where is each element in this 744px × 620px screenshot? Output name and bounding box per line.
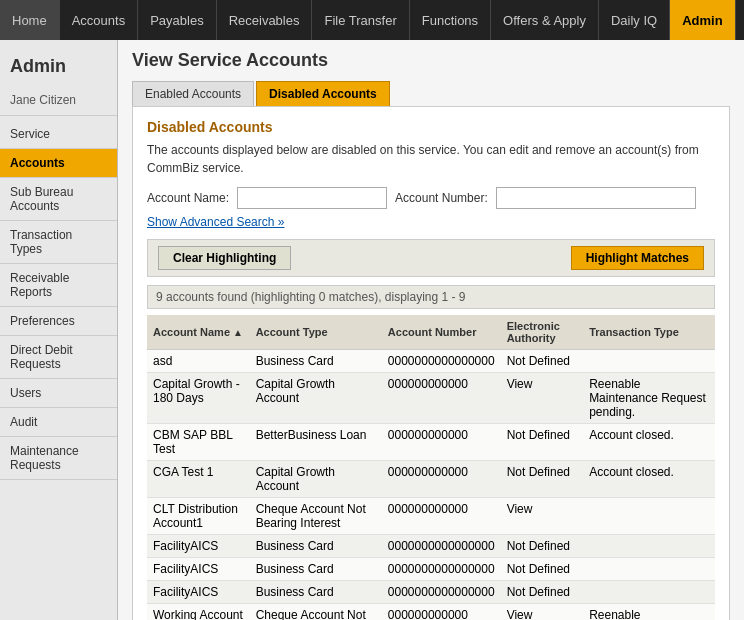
main-content: View Service Accounts Enabled AccountsDi…	[118, 40, 744, 620]
results-info-top: 9 accounts found (highlighting 0 matches…	[147, 285, 715, 309]
cell-account-name: Capital Growth - 180 Days	[147, 373, 250, 424]
table-row: FacilityAICSBusiness Card000000000000000…	[147, 558, 715, 581]
cell-transaction-type	[583, 558, 715, 581]
cell-transaction-type: Reenable Maintenance Request pending.	[583, 373, 715, 424]
cell-account-number: 0000000000000000	[382, 558, 501, 581]
cell-account-type: Business Card	[250, 350, 382, 373]
nav-item-payables[interactable]: Payables	[138, 0, 216, 40]
cell-electronic-authority: View	[501, 373, 584, 424]
table-row: asdBusiness Card0000000000000000Not Defi…	[147, 350, 715, 373]
cell-account-number: 000000000000	[382, 424, 501, 461]
cell-account-name: CLT Distribution Account1	[147, 498, 250, 535]
sidebar-item-receivable-reports[interactable]: Receivable Reports	[0, 264, 117, 307]
cell-account-name: FacilityAICS	[147, 581, 250, 604]
cell-account-type: Business Card	[250, 558, 382, 581]
cell-electronic-authority: Not Defined	[501, 558, 584, 581]
col-account-type: Account Type	[250, 315, 382, 350]
cell-account-number: 0000000000000000	[382, 350, 501, 373]
cell-account-type: Capital Growth Account	[250, 461, 382, 498]
sidebar-user: Jane Citizen	[0, 89, 117, 116]
cell-electronic-authority: Not Defined	[501, 535, 584, 558]
table-row: CGA Test 1Capital Growth Account00000000…	[147, 461, 715, 498]
sidebar-item-service[interactable]: Service	[0, 120, 117, 149]
panel-description: The accounts displayed below are disable…	[147, 141, 715, 177]
sidebar-item-users[interactable]: Users	[0, 379, 117, 408]
main-panel: Disabled Accounts The accounts displayed…	[132, 106, 730, 620]
cell-account-number: 000000000000	[382, 373, 501, 424]
cell-transaction-type: Reenable Maintenance Request pending.	[583, 604, 715, 621]
nav-item-accounts[interactable]: Accounts	[60, 0, 138, 40]
table-row: CLT Distribution Account1Cheque Account …	[147, 498, 715, 535]
sidebar-item-preferences[interactable]: Preferences	[0, 307, 117, 336]
cell-account-type: Cheque Account Not Bearing Interest	[250, 604, 382, 621]
cell-account-number: 0000000000000000	[382, 581, 501, 604]
cell-account-type: Capital Growth Account	[250, 373, 382, 424]
sidebar-item-accounts[interactable]: Accounts	[0, 149, 117, 178]
sidebar-item-sub-bureau-accounts[interactable]: Sub Bureau Accounts	[0, 178, 117, 221]
cell-electronic-authority: Not Defined	[501, 461, 584, 498]
sidebar: Admin Jane Citizen ServiceAccountsSub Bu…	[0, 40, 118, 620]
cell-electronic-authority: Not Defined	[501, 424, 584, 461]
cell-electronic-authority: View	[501, 498, 584, 535]
cell-electronic-authority: Not Defined	[501, 350, 584, 373]
action-bar: Clear Highlighting Highlight Matches	[147, 239, 715, 277]
accounts-table: Account Name ▲ Account Type Account Numb…	[147, 315, 715, 620]
tab-bar: Enabled AccountsDisabled Accounts	[132, 81, 730, 106]
table-row: FacilityAICSBusiness Card000000000000000…	[147, 581, 715, 604]
nav-item-offers-&-apply[interactable]: Offers & Apply	[491, 0, 599, 40]
cell-account-number: 000000000000	[382, 461, 501, 498]
search-form: Account Name: Account Number:	[147, 187, 715, 209]
cell-transaction-type: Account closed.	[583, 461, 715, 498]
col-account-name: Account Name ▲	[147, 315, 250, 350]
table-row: CBM SAP BBL TestBetterBusiness Loan00000…	[147, 424, 715, 461]
show-advanced-search-link[interactable]: Show Advanced Search »	[147, 215, 284, 229]
nav-item-functions[interactable]: Functions	[410, 0, 491, 40]
cell-transaction-type	[583, 581, 715, 604]
cell-electronic-authority: View	[501, 604, 584, 621]
cell-transaction-type	[583, 498, 715, 535]
sidebar-item-transaction-types[interactable]: Transaction Types	[0, 221, 117, 264]
cell-electronic-authority: Not Defined	[501, 581, 584, 604]
nav-item-receivables[interactable]: Receivables	[217, 0, 313, 40]
cell-transaction-type	[583, 350, 715, 373]
col-electronic-authority: Electronic Authority	[501, 315, 584, 350]
cell-account-name: FacilityAICS	[147, 558, 250, 581]
cell-account-name: FacilityAICS	[147, 535, 250, 558]
nav-item-file-transfer[interactable]: File Transfer	[312, 0, 409, 40]
account-name-input[interactable]	[237, 187, 387, 209]
cell-account-type: BetterBusiness Loan	[250, 424, 382, 461]
col-account-number: Account Number	[382, 315, 501, 350]
clear-highlighting-button[interactable]: Clear Highlighting	[158, 246, 291, 270]
cell-account-name: asd	[147, 350, 250, 373]
table-row: Working AccountCheque Account Not Bearin…	[147, 604, 715, 621]
sort-icon: ▲	[233, 327, 243, 338]
cell-account-number: 000000000000	[382, 604, 501, 621]
sidebar-item-audit[interactable]: Audit	[0, 408, 117, 437]
tab-enabled-accounts[interactable]: Enabled Accounts	[132, 81, 254, 106]
cell-account-name: CGA Test 1	[147, 461, 250, 498]
account-number-input[interactable]	[496, 187, 696, 209]
highlight-matches-button[interactable]: Highlight Matches	[571, 246, 704, 270]
tab-disabled-accounts[interactable]: Disabled Accounts	[256, 81, 390, 106]
table-row: FacilityAICSBusiness Card000000000000000…	[147, 535, 715, 558]
cell-account-type: Business Card	[250, 535, 382, 558]
cell-transaction-type	[583, 535, 715, 558]
account-number-label: Account Number:	[395, 191, 488, 205]
nav-item-daily-iq[interactable]: Daily IQ	[599, 0, 670, 40]
sidebar-item-direct-debit-requests[interactable]: Direct Debit Requests	[0, 336, 117, 379]
table-row: Capital Growth - 180 DaysCapital Growth …	[147, 373, 715, 424]
cell-account-number: 0000000000000000	[382, 535, 501, 558]
cell-account-name: Working Account	[147, 604, 250, 621]
cell-account-number: 000000000000	[382, 498, 501, 535]
sidebar-title: Admin	[0, 48, 117, 89]
col-transaction-type: Transaction Type	[583, 315, 715, 350]
sidebar-item-maintenance-requests[interactable]: Maintenance Requests	[0, 437, 117, 480]
page-title: View Service Accounts	[132, 50, 730, 71]
cell-account-type: Business Card	[250, 581, 382, 604]
cell-account-type: Cheque Account Not Bearing Interest	[250, 498, 382, 535]
panel-title: Disabled Accounts	[147, 119, 715, 135]
nav-item-admin[interactable]: Admin	[670, 0, 735, 40]
table-header-row: Account Name ▲ Account Type Account Numb…	[147, 315, 715, 350]
nav-item-home[interactable]: Home	[0, 0, 60, 40]
account-name-label: Account Name:	[147, 191, 229, 205]
